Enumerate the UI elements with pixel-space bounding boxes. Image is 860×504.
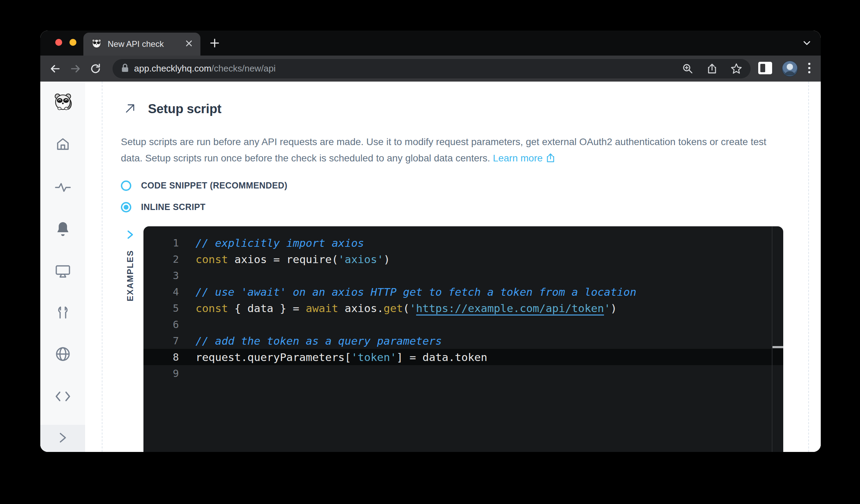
learn-more-link[interactable]: Learn more [493, 153, 543, 163]
radio-unselected-icon[interactable] [121, 180, 131, 191]
examples-panel-toggle[interactable]: EXAMPLES [123, 230, 138, 301]
radio-option-code-snippet-recommended[interactable]: CODE SNIPPET (RECOMMENDED) [121, 180, 288, 191]
sidebar-item-home[interactable] [53, 134, 73, 154]
url-host: app.checklyhq.com [134, 63, 212, 74]
overview-ruler-separator [772, 226, 772, 452]
code-text: // explicitly import axios [196, 237, 364, 249]
new-tab-button[interactable] [208, 37, 221, 49]
sidebar-item-private-locations-globe[interactable] [53, 344, 73, 364]
tab-favicon-raccoon-icon [91, 38, 102, 50]
side-panel-icon[interactable] [758, 61, 773, 76]
radio-option-inline-script[interactable]: INLINE SCRIPT [121, 202, 288, 212]
code-text: request.queryParameters['token'] = data.… [196, 351, 487, 363]
browser-window: New API check app.checklyhq.com/checks/n… [40, 31, 821, 452]
code-line[interactable]: 6 [143, 316, 783, 333]
overview-ruler-cursor-marker [772, 346, 783, 348]
radio-option-label: INLINE SCRIPT [141, 202, 206, 212]
tab-strip: New API check [40, 31, 821, 56]
code-text: // add the token as a query parameters [196, 335, 442, 347]
radio-option-label: CODE SNIPPET (RECOMMENDED) [141, 180, 288, 191]
code-text: // use 'await' on an axios HTTP get to f… [196, 286, 636, 298]
examples-label: EXAMPLES [125, 250, 135, 301]
page-title: Setup script [148, 102, 221, 116]
code-line[interactable]: 5const { data } = await axios.get('https… [143, 300, 783, 316]
page-content: Setup script Setup scripts are run befor… [40, 82, 821, 452]
code-line[interactable]: 1// explicitly import axios [143, 235, 783, 251]
url-text: app.checklyhq.com/checks/new/api [134, 63, 276, 74]
code-line-current[interactable]: 8request.queryParameters['token'] = data… [143, 349, 783, 365]
sidebar-item-monitoring-pulse[interactable] [53, 178, 73, 197]
line-number: 7 [143, 335, 179, 347]
tab-title: New API check [108, 39, 180, 49]
arrow-up-right-icon [124, 102, 136, 116]
description-text: Setup scripts are run before any API req… [121, 136, 766, 163]
checkly-raccoon-logo[interactable] [53, 92, 73, 111]
sidebar-item-browser-checks-monitor[interactable] [53, 262, 73, 281]
minimize-window-button[interactable] [69, 39, 76, 46]
code-lines: 1// explicitly import axios2const axios … [143, 226, 783, 381]
examples-chevron-icon [126, 230, 135, 241]
script-type-options: CODE SNIPPET (RECOMMENDED)INLINE SCRIPT [121, 180, 288, 212]
radio-selected-icon[interactable] [121, 202, 131, 212]
share-icon[interactable] [706, 63, 718, 75]
url-path: /checks/new/api [212, 63, 276, 74]
browser-tab[interactable]: New API check [83, 33, 200, 56]
forward-button[interactable] [69, 63, 81, 75]
tab-search-chevron-icon[interactable] [801, 37, 812, 49]
address-bar[interactable]: app.checklyhq.com/checks/new/api [113, 59, 751, 78]
toolbar-right-cluster [758, 61, 812, 77]
line-number: 3 [143, 270, 179, 282]
sidebar-item-snippets-code[interactable] [53, 387, 73, 406]
sidebar-item-alerts-bell[interactable] [53, 219, 73, 239]
zoom-in-icon[interactable] [682, 63, 694, 75]
line-number: 1 [143, 237, 179, 249]
browser-menu-icon[interactable] [807, 61, 812, 76]
external-link-icon [546, 151, 555, 168]
line-number: 5 [143, 302, 179, 314]
code-line[interactable]: 9 [143, 365, 783, 381]
line-number: 6 [143, 319, 179, 330]
code-line[interactable]: 4// use 'await' on an axios HTTP get to … [143, 284, 783, 300]
setup-script-page: Setup script Setup scripts are run befor… [85, 82, 821, 452]
lock-icon [121, 63, 129, 74]
right-dashed-guide [808, 82, 809, 452]
left-dashed-guide [102, 82, 102, 452]
line-number: 4 [143, 286, 179, 298]
code-line[interactable]: 7// add the token as a query parameters [143, 333, 783, 349]
section-description: Setup scripts are run before any API req… [121, 134, 789, 168]
code-text: const axios = require('axios') [196, 253, 390, 266]
bookmark-star-icon[interactable] [730, 63, 742, 75]
line-number: 9 [143, 368, 179, 379]
tab-close-icon[interactable] [185, 40, 193, 49]
inline-script-code-editor[interactable]: 1// explicitly import axios2const axios … [143, 226, 783, 452]
reload-button[interactable] [90, 63, 101, 75]
code-line[interactable]: 3 [143, 267, 783, 284]
browser-toolbar: app.checklyhq.com/checks/new/api [40, 56, 821, 82]
code-text: const { data } = await axios.get('https:… [196, 302, 617, 314]
back-button[interactable] [49, 63, 61, 75]
line-number: 2 [143, 253, 179, 265]
code-line[interactable]: 2const axios = require('axios') [143, 251, 783, 267]
section-heading-row: Setup script [124, 102, 221, 116]
close-window-button[interactable] [55, 39, 62, 46]
sidebar-footer [40, 425, 85, 452]
profile-avatar[interactable] [782, 61, 798, 77]
line-number: 8 [143, 351, 179, 363]
app-sidebar [40, 82, 85, 452]
expand-sidebar-chevron-icon[interactable] [58, 432, 67, 445]
sidebar-item-maintenance-wrench[interactable] [53, 303, 73, 322]
